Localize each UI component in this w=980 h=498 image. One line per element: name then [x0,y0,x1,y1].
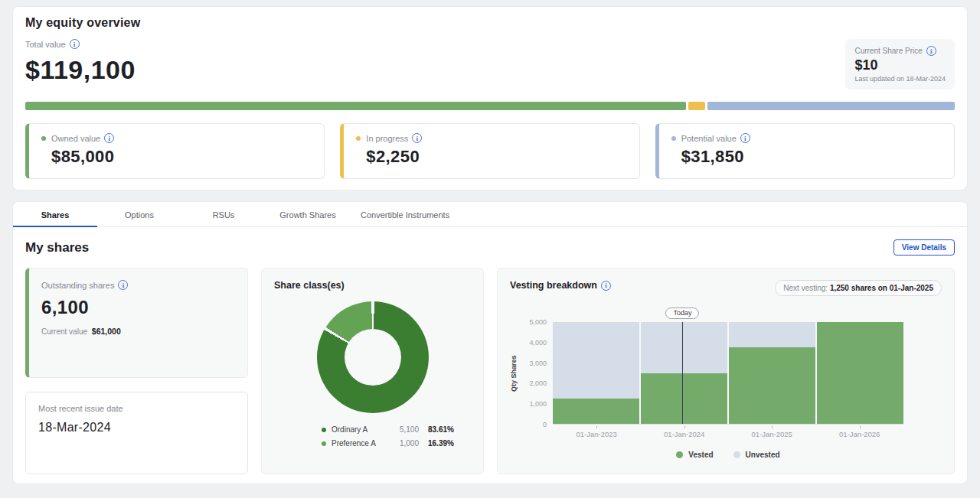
vesting-plot-area: Today [553,322,903,425]
progress-segment-1 [688,102,706,110]
vesting-breakdown-card: Vesting breakdown i Next vesting: 1,250 … [497,268,955,474]
vested-fill [729,347,815,424]
potential-value-card: Potential value i $31,850 [655,123,955,179]
next-vesting-detail: 1,250 shares on 01-Jan-2025 [830,284,933,292]
share-price-updated: Last updated on 18-Mar-2024 [854,75,946,83]
x-tick-label: 01-Jan-2026 [816,426,904,438]
y-tick: 1,000 [529,400,547,408]
share-classes-title: Share class(es) [274,280,471,291]
legend-dot [322,441,326,446]
share-classes-donut-chart [317,301,429,413]
x-tick-label: 01-Jan-2023 [553,426,641,438]
tab-convertible-instruments[interactable]: Convertible Instruments [350,202,460,226]
section-title: My shares [25,240,89,256]
legend-qty: 5,100 [387,425,419,434]
today-marker-label: Today [665,308,699,319]
share-classes-card: Share class(es) Ordinary A5,10083.61%Pre… [261,268,484,474]
x-axis-labels: 01-Jan-202301-Jan-202401-Jan-202501-Jan-… [553,426,903,438]
tab-shares[interactable]: Shares [13,202,97,226]
equity-tabs: Shares Options RSUs Growth Shares Conver… [13,202,967,227]
tab-options[interactable]: Options [97,202,181,226]
info-icon[interactable]: i [104,133,114,143]
potential-value: $31,850 [681,147,942,167]
legend-dot [322,428,326,432]
info-icon[interactable]: i [70,39,80,49]
owned-value: $85,000 [51,147,312,167]
tab-growth-shares[interactable]: Growth Shares [266,202,350,226]
vesting-legend: VestedUnvested [553,451,903,459]
vesting-bar-01-Jan-2026 [817,322,903,424]
info-icon[interactable]: i [740,133,750,143]
legend-name: Ordinary A [332,425,387,434]
vesting-bar-01-Jan-2025 [729,322,815,424]
equity-overview-panel: My equity overview Total value i $119,10… [12,6,968,190]
today-marker-line [682,322,683,424]
info-icon[interactable]: i [926,46,936,56]
legend-item: Unvested [733,451,780,459]
total-value: $119,100 [25,55,136,85]
page-title: My equity overview [25,16,955,30]
total-value-block: Total value i $119,100 [25,39,136,85]
current-value-label: Current value [41,327,87,336]
legend-item: Preference A1,00016.39% [322,439,471,448]
owned-value-card: Owned value i $85,000 [25,123,325,179]
next-vesting-badge: Next vesting: 1,250 shares on 01-Jan-202… [775,280,942,296]
x-tick-label: 01-Jan-2024 [641,426,729,438]
legend-item: Vested [676,451,713,459]
equity-progress-bar [25,102,955,110]
in-progress-value: $2,250 [366,147,626,167]
legend-item: Ordinary A5,10083.61% [322,425,471,434]
potential-dot [671,136,676,141]
info-icon[interactable]: i [601,281,611,291]
y-tick: 2,000 [529,379,547,387]
legend-name: Vested [688,451,713,459]
vesting-bar-01-Jan-2023 [553,322,639,424]
tab-rsus[interactable]: RSUs [181,202,266,226]
view-details-button[interactable]: View Details [893,239,955,256]
legend-pct: 83.61% [428,425,454,434]
share-classes-legend: Ordinary A5,10083.61%Preference A1,00016… [322,425,471,448]
y-tick: 4,000 [529,339,547,347]
issue-date-card: Most recent issue date 18-Mar-2024 [25,392,248,474]
x-tick-label: 01-Jan-2025 [728,426,816,438]
vested-fill [553,399,639,424]
owned-value-label: Owned value [51,134,100,143]
share-price-value: $10 [854,57,946,73]
in-progress-dot [356,136,361,141]
potential-value-label: Potential value [681,134,737,143]
outstanding-shares-label: Outstanding shares [41,281,114,290]
progress-segment-2 [707,102,955,110]
outstanding-shares-value: 6,100 [41,297,235,318]
vesting-breakdown-title: Vesting breakdown [510,280,597,291]
y-axis-ticks: 5,0004,0003,0002,0001,0000 [521,322,553,425]
y-tick: 5,000 [529,318,547,326]
progress-segment-0 [25,102,686,110]
donut-hole [345,329,401,386]
legend-pct: 16.39% [428,439,454,448]
share-price-card: Current Share Price i $10 Last updated o… [845,39,955,90]
legend-dot [733,451,740,458]
vested-fill [641,373,727,425]
share-price-label: Current Share Price [854,47,922,55]
y-axis-label: Qty Shares [510,322,521,425]
info-icon[interactable]: i [412,133,422,143]
owned-dot [41,136,46,141]
outstanding-shares-card: Outstanding shares i 6,100 Current value… [25,268,248,378]
legend-qty: 1,000 [387,439,419,448]
legend-name: Unvested [746,451,780,459]
y-tick: 3,000 [529,360,547,367]
y-tick: 0 [543,421,547,428]
vested-fill [817,322,903,424]
in-progress-label: In progress [366,134,408,143]
issue-date-value: 18-Mar-2024 [38,421,235,435]
info-icon[interactable]: i [118,280,128,290]
vesting-chart: Qty Shares 5,0004,0003,0002,0001,0000 To… [510,322,942,459]
total-value-label: Total value [25,40,66,49]
in-progress-card: In progress i $2,250 [340,123,639,179]
legend-dot [676,451,683,458]
issue-date-label: Most recent issue date [38,404,123,413]
my-shares-panel: Shares Options RSUs Growth Shares Conver… [12,201,968,484]
next-vesting-prefix: Next vesting: [783,284,830,292]
legend-name: Preference A [332,439,387,448]
vesting-bar-01-Jan-2024 [641,322,727,424]
